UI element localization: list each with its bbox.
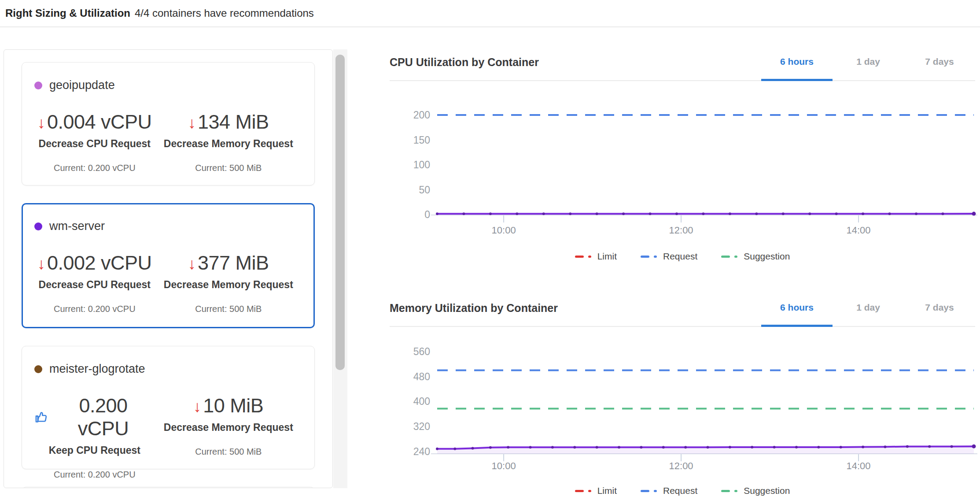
decrease-arrow-icon: ↓ <box>188 256 196 272</box>
suggestion-line-swatch <box>721 256 730 258</box>
left-panel-scrollbar[interactable] <box>333 49 347 488</box>
legend-item-limit[interactable]: Limit <box>575 485 617 496</box>
svg-text:200: 200 <box>413 109 430 121</box>
memory-action-label: Decrease Memory Request <box>155 422 302 434</box>
page-title: Right Sizing & Utilization <box>5 7 130 19</box>
decrease-arrow-icon: ↓ <box>188 115 196 131</box>
legend-item-request[interactable]: Request <box>641 485 697 496</box>
cpu-chart-legend: Limit Request Suggestion <box>390 251 975 262</box>
tab-6-hours[interactable]: 6 hours <box>761 302 833 326</box>
legend-item-request[interactable]: Request <box>641 251 697 262</box>
cpu-utilization-chart[interactable]: 05010015020010:0012:0014:00 <box>390 88 980 236</box>
cpu-action-label: Decrease CPU Request <box>34 138 155 150</box>
container-name: geoipupdate <box>49 78 115 92</box>
svg-text:400: 400 <box>413 396 430 407</box>
thumbs-up-icon <box>34 410 48 424</box>
cpu-chart-header: CPU Utilization by Container 6 hours 1 d… <box>390 43 975 81</box>
decrease-arrow-icon: ↓ <box>37 256 45 272</box>
tab-7-days[interactable]: 7 days <box>904 302 975 326</box>
container-card-partial[interactable] <box>22 487 315 488</box>
page-subtitle: 4/4 containers have recommendations <box>135 7 314 19</box>
series-color-dot <box>34 365 42 373</box>
svg-text:560: 560 <box>413 346 430 357</box>
svg-text:10:00: 10:00 <box>492 460 516 471</box>
container-card-geoipupdate[interactable]: geoipupdate ↓ 0.004 vCPU Decrease CPU Re… <box>22 62 315 185</box>
memory-action-label: Decrease Memory Request <box>155 138 302 150</box>
container-name: wm-server <box>49 219 105 233</box>
cpu-recommendation-value: 0.200 vCPU <box>52 394 155 440</box>
cpu-current-value: Current: 0.200 vCPU <box>34 470 155 480</box>
svg-text:14:00: 14:00 <box>847 225 871 236</box>
container-recommendation-list: geoipupdate ↓ 0.004 vCPU Decrease CPU Re… <box>4 49 333 488</box>
svg-text:240: 240 <box>413 446 430 457</box>
legend-item-suggestion[interactable]: Suggestion <box>721 251 790 262</box>
svg-text:0: 0 <box>424 209 430 220</box>
tab-7-days[interactable]: 7 days <box>904 56 975 80</box>
memory-action-label: Decrease Memory Request <box>155 279 302 291</box>
cpu-action-label: Keep CPU Request <box>34 445 155 456</box>
legend-item-suggestion[interactable]: Suggestion <box>721 485 790 496</box>
memory-recommendation-value: 10 MiB <box>203 394 263 417</box>
svg-text:320: 320 <box>413 421 430 432</box>
svg-text:50: 50 <box>419 184 430 196</box>
cpu-recommendation-value: 0.004 vCPU <box>47 111 152 133</box>
charts-column: CPU Utilization by Container 6 hours 1 d… <box>390 0 980 504</box>
request-line-swatch <box>641 490 649 492</box>
tab-6-hours[interactable]: 6 hours <box>761 56 833 80</box>
container-card-wm-server[interactable]: wm-server ↓ 0.002 vCPU Decrease CPU Requ… <box>22 203 315 328</box>
memory-chart-legend: Limit Request Suggestion <box>390 485 975 496</box>
cpu-recommendation-value: 0.002 vCPU <box>47 252 152 274</box>
memory-chart-title: Memory Utilization by Container <box>390 302 558 315</box>
svg-text:12:00: 12:00 <box>669 460 693 471</box>
tab-1-day[interactable]: 1 day <box>833 302 904 326</box>
cpu-current-value: Current: 0.200 vCPU <box>34 163 155 173</box>
container-name: meister-glogrotate <box>49 362 145 376</box>
svg-text:150: 150 <box>413 134 430 146</box>
cpu-chart-title: CPU Utilization by Container <box>390 56 539 69</box>
svg-text:10:00: 10:00 <box>492 225 516 236</box>
limit-line-swatch <box>575 256 584 258</box>
decrease-arrow-icon: ↓ <box>193 399 201 415</box>
container-card-meister-glogrotate[interactable]: meister-glogrotate 0.200 vCPU Keep CPU R… <box>22 346 315 469</box>
limit-line-swatch <box>575 490 584 492</box>
legend-item-limit[interactable]: Limit <box>575 251 617 262</box>
svg-text:480: 480 <box>413 371 430 382</box>
suggestion-line-swatch <box>721 490 730 492</box>
tab-1-day[interactable]: 1 day <box>833 56 904 80</box>
memory-current-value: Current: 500 MiB <box>155 304 302 314</box>
svg-text:100: 100 <box>413 159 430 170</box>
series-color-dot <box>34 82 42 89</box>
svg-text:14:00: 14:00 <box>847 460 871 471</box>
svg-text:12:00: 12:00 <box>669 225 693 236</box>
memory-utilization-chart[interactable]: 24032040048056010:0012:0014:00 <box>390 328 980 476</box>
memory-current-value: Current: 500 MiB <box>155 447 302 457</box>
memory-time-range-tabs: 6 hours 1 day 7 days <box>761 302 975 326</box>
series-color-dot <box>34 222 42 230</box>
decrease-arrow-icon: ↓ <box>37 115 45 131</box>
memory-recommendation-value: 377 MiB <box>198 252 269 274</box>
request-line-swatch <box>641 256 649 258</box>
memory-chart-header: Memory Utilization by Container 6 hours … <box>390 289 975 327</box>
memory-current-value: Current: 500 MiB <box>155 163 302 173</box>
memory-recommendation-value: 134 MiB <box>198 111 269 133</box>
cpu-current-value: Current: 0.200 vCPU <box>34 304 155 314</box>
scrollbar-thumb[interactable] <box>335 55 345 370</box>
cpu-action-label: Decrease CPU Request <box>34 279 155 291</box>
cpu-time-range-tabs: 6 hours 1 day 7 days <box>761 56 975 80</box>
